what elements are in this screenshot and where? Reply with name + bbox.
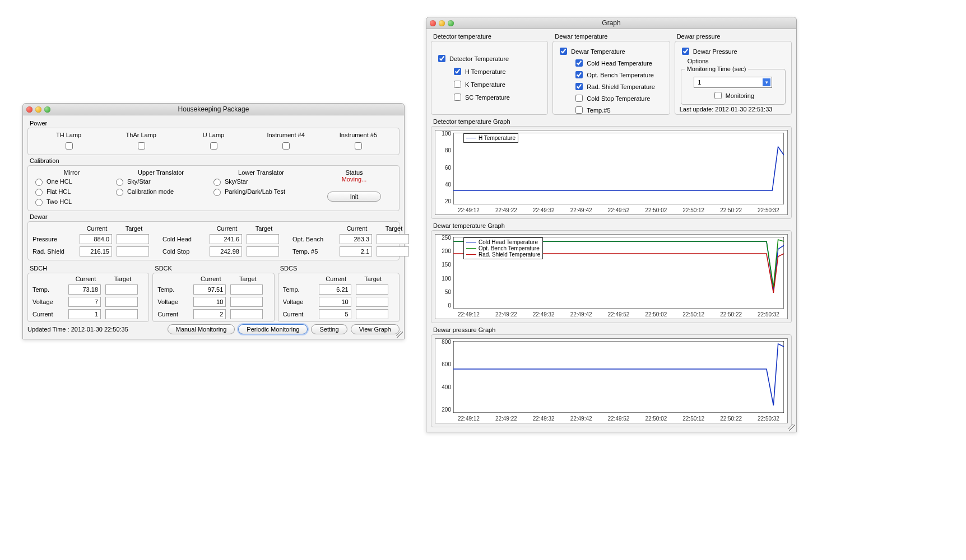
- calibration-label: Calibration: [30, 157, 400, 164]
- lbl-detector-temp: Detector Temperature: [449, 55, 509, 62]
- resize-grip-icon[interactable]: [396, 331, 403, 338]
- sdch-volt-val: 7: [68, 297, 101, 307]
- chart1-panel: H Temperature 100 80 60 40 20: [431, 126, 792, 219]
- radio-lo-park[interactable]: [213, 189, 221, 196]
- legend-h-temp: H Temperature: [479, 135, 515, 141]
- setting-button[interactable]: Setting: [311, 324, 347, 334]
- sdcs-curr-lbl: Current: [283, 311, 317, 318]
- cb-coldstop-temp[interactable]: [575, 95, 583, 102]
- sdcs-volt-tgt[interactable]: [356, 297, 388, 307]
- val-pressure-cur: 884.0: [80, 234, 112, 244]
- sdck-temp-val: 97.51: [193, 284, 226, 295]
- svg-rect-2: [453, 341, 784, 413]
- val-optbench-tgt[interactable]: [377, 234, 409, 244]
- radio-two-hcl[interactable]: [35, 199, 43, 206]
- chevron-down-icon: ▾: [763, 78, 770, 86]
- chart3-title: Dewar pressure Graph: [433, 326, 792, 333]
- minimize-icon[interactable]: [35, 106, 41, 113]
- val-radshield-cur: 216.15: [80, 246, 112, 256]
- sdch-volt-tgt[interactable]: [105, 297, 138, 307]
- pre-box: Dewar Pressure Options Monitoring Time (…: [675, 41, 792, 115]
- val-temp5-cur: 2.1: [340, 246, 372, 256]
- sdch-curr-tgt[interactable]: [105, 309, 138, 319]
- dewar-head-t2: Target: [247, 225, 281, 232]
- radio-flat-hcl[interactable]: [35, 189, 43, 196]
- sdck-hc: Current: [193, 276, 228, 282]
- cb-detector-temp[interactable]: [438, 55, 445, 62]
- power-cb-instr4[interactable]: [282, 142, 290, 150]
- cb-sc-temp[interactable]: [454, 94, 461, 101]
- radio-one-hcl[interactable]: [35, 179, 43, 186]
- val-pressure-tgt[interactable]: [117, 234, 149, 244]
- lbl-flat-hcl: Flat HCL: [47, 188, 71, 195]
- radio-lo-skystar[interactable]: [213, 179, 221, 186]
- graph-titlebar[interactable]: Graph: [426, 17, 796, 29]
- lbl-pressure: Pressure: [32, 236, 77, 242]
- sdcs-volt-val: 10: [319, 297, 351, 307]
- dewar-head-c2: Current: [210, 225, 244, 232]
- cb-k-temp[interactable]: [454, 81, 461, 88]
- power-cb-u-lamp[interactable]: [210, 142, 217, 150]
- cb-coldhead-temp[interactable]: [575, 59, 583, 67]
- upper-head: Upper Translator: [113, 169, 208, 176]
- sdch-ht: Target: [105, 276, 140, 282]
- sdcs-label: SDCS: [280, 265, 400, 272]
- resize-grip-icon[interactable]: [788, 424, 795, 431]
- monitoring-time-select[interactable]: 1 ▾: [694, 77, 772, 88]
- cb-dewar-temp[interactable]: [560, 48, 567, 55]
- sdck-curr-tgt[interactable]: [230, 309, 263, 319]
- sdch-temp-val: 73.18: [68, 284, 101, 295]
- sdcs-curr-tgt[interactable]: [356, 309, 388, 319]
- sdck-label: SDCK: [155, 265, 274, 272]
- periodic-monitoring-button[interactable]: Periodic Monitoring: [238, 324, 308, 334]
- mon-time-val: 1: [698, 79, 701, 86]
- sdck-volt-tgt[interactable]: [230, 297, 263, 307]
- hk-titlebar[interactable]: Housekeeping Package: [23, 104, 404, 115]
- cb-temp5[interactable]: [575, 106, 583, 114]
- lbl-one-hcl: One HCL: [47, 178, 72, 185]
- val-coldstop-tgt[interactable]: [247, 246, 279, 256]
- power-cb-thar-lamp[interactable]: [138, 142, 145, 150]
- power-cb-instr5[interactable]: [355, 142, 362, 150]
- lbl-radshield: Rad. Shield: [32, 248, 77, 255]
- radio-up-skystar[interactable]: [116, 179, 123, 186]
- val-radshield-tgt[interactable]: [117, 246, 149, 256]
- cb-h-temp[interactable]: [454, 68, 461, 75]
- lbl-coldhead: Cold Head: [162, 236, 207, 242]
- lbl-dewar-pressure: Dewar Pressure: [693, 48, 737, 55]
- zoom-icon[interactable]: [448, 20, 454, 26]
- sdck-ht: Target: [230, 276, 265, 282]
- power-head-3: Instrument #4: [250, 132, 322, 138]
- sdck-temp-tgt[interactable]: [230, 284, 263, 295]
- lbl-h-temp: H Temperature: [465, 68, 506, 75]
- view-graph-button[interactable]: View Graph: [351, 324, 400, 334]
- init-button[interactable]: Init: [327, 192, 382, 202]
- lbl-optbench: Opt. Bench: [292, 236, 337, 242]
- cb-monitoring[interactable]: [714, 92, 722, 99]
- sdcs-temp-tgt[interactable]: [356, 284, 388, 295]
- power-cb-th-lamp[interactable]: [66, 142, 73, 150]
- lbl-temp5-cb: Temp.#5: [587, 107, 610, 114]
- sdch-label: SDCH: [30, 265, 149, 272]
- sdch-temp-tgt[interactable]: [105, 284, 138, 295]
- close-icon[interactable]: [430, 20, 436, 26]
- chart2-legend: Cold Head Temperature Opt. Bench Tempera…: [463, 237, 543, 259]
- zoom-icon[interactable]: [44, 106, 50, 113]
- lbl-temp5: Temp. #5: [292, 248, 337, 255]
- lbl-up-skystar: Sky/Star: [127, 178, 151, 185]
- manual-monitoring-button[interactable]: Manual Monitoring: [168, 324, 235, 334]
- minimize-icon[interactable]: [439, 20, 445, 26]
- val-temp5-tgt[interactable]: [377, 246, 409, 256]
- lbl-two-hcl: Two HCL: [47, 198, 72, 205]
- sdcs-volt-lbl: Voltage: [283, 298, 317, 305]
- chart3-panel: 800 600 400 200 22:49:1222:49:2222:49:32…: [431, 334, 792, 427]
- cb-dewar-pressure[interactable]: [682, 48, 689, 55]
- power-head-0: TH Lamp: [32, 132, 105, 138]
- cb-optbench-temp[interactable]: [575, 71, 583, 78]
- cb-radshield-temp[interactable]: [575, 83, 583, 90]
- close-icon[interactable]: [26, 106, 32, 113]
- mon-time-label: Monitoring Time (sec): [685, 66, 749, 72]
- val-coldhead-tgt[interactable]: [247, 234, 279, 244]
- sdcs-ht: Target: [356, 276, 391, 282]
- radio-up-calib[interactable]: [116, 189, 123, 196]
